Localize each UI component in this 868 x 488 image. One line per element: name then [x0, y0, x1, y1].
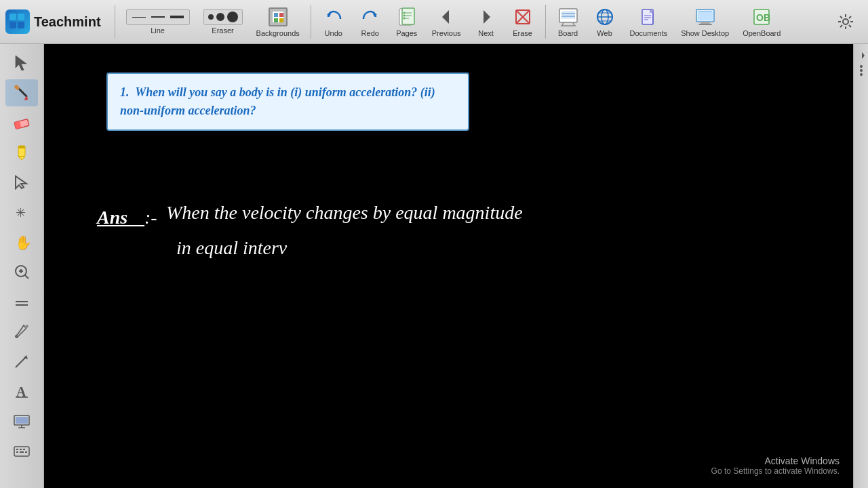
- svg-point-18: [403, 12, 405, 14]
- svg-text:When  the  velocity  changes  : When the velocity changes by equal magni…: [166, 202, 523, 223]
- svg-point-76: [15, 335, 18, 338]
- redo-icon: [359, 6, 381, 28]
- svg-marker-67: [16, 176, 26, 188]
- pen-tool[interactable]: [5, 348, 38, 375]
- svg-marker-59: [16, 56, 26, 70]
- activate-windows: Activate Windows Go to Settings to activ…: [711, 455, 840, 476]
- eraser-large[interactable]: [227, 12, 238, 22]
- hand-tool[interactable]: ✋: [5, 228, 38, 256]
- toolbar-separator-3: [545, 5, 546, 39]
- line-medium[interactable]: [150, 12, 166, 22]
- erase-icon: [512, 6, 534, 28]
- svg-rect-91: [20, 451, 24, 453]
- logo-icon: [5, 9, 30, 34]
- svg-rect-47: [698, 12, 713, 20]
- svg-marker-65: [18, 157, 25, 160]
- openboard-label: OpenBoard: [743, 29, 781, 37]
- select-tool[interactable]: [5, 169, 38, 196]
- web-icon: [594, 6, 616, 28]
- svg-rect-87: [16, 449, 18, 450]
- svg-rect-44: [701, 22, 710, 24]
- board-button[interactable]: Board: [551, 3, 585, 40]
- minus-tool[interactable]: [5, 288, 38, 315]
- next-button[interactable]: Next: [469, 3, 503, 40]
- eraser-medium[interactable]: [216, 13, 224, 21]
- pages-button[interactable]: Pages: [390, 3, 424, 40]
- eraser-small[interactable]: [208, 14, 214, 20]
- svg-marker-22: [484, 10, 490, 24]
- web-button[interactable]: Web: [588, 3, 622, 40]
- svg-point-19: [403, 15, 405, 17]
- top-toolbar: Teachmint Line Eraser: [0, 0, 868, 44]
- svg-point-100: [860, 69, 863, 72]
- line-tool[interactable]: Line: [121, 6, 195, 37]
- board-label: Board: [558, 29, 578, 37]
- settings-button[interactable]: [829, 8, 863, 35]
- left-eraser-tool[interactable]: [5, 109, 38, 136]
- backgrounds-tool[interactable]: Backgrounds: [251, 3, 305, 40]
- svg-text::-: :-: [144, 207, 157, 228]
- documents-label: Documents: [630, 29, 668, 37]
- activate-subtitle: Go to Settings to activate Windows.: [711, 466, 840, 476]
- eraser-options: [203, 9, 243, 25]
- svg-rect-10: [279, 18, 283, 22]
- svg-point-20: [403, 18, 405, 20]
- star-tool[interactable]: ✳: [5, 199, 38, 226]
- zoom-tool[interactable]: [5, 258, 38, 285]
- undo-label: Undo: [325, 29, 342, 37]
- svg-rect-89: [23, 449, 25, 450]
- redo-button[interactable]: Redo: [353, 3, 387, 40]
- right-panel-expand[interactable]: [855, 49, 867, 62]
- svg-rect-30: [561, 11, 575, 19]
- right-panel: [853, 44, 868, 488]
- activate-title: Activate Windows: [711, 455, 840, 466]
- svg-point-99: [860, 65, 863, 68]
- next-label: Next: [478, 29, 494, 37]
- show-desktop-button[interactable]: Show Desktop: [675, 3, 734, 40]
- previous-icon: [435, 6, 457, 28]
- left-toolbar: ✳ ✋: [0, 44, 44, 488]
- settings-icon: [835, 11, 856, 33]
- openboard-icon: OB: [751, 6, 772, 28]
- svg-rect-88: [20, 449, 22, 450]
- brush-tool[interactable]: [5, 79, 38, 106]
- line-thick[interactable]: [169, 12, 185, 22]
- highlighter-tool[interactable]: [5, 139, 38, 166]
- svg-rect-85: [16, 417, 28, 424]
- svg-rect-77: [24, 324, 28, 329]
- show-desktop-label: Show Desktop: [681, 29, 729, 37]
- previous-button[interactable]: Previous: [427, 3, 467, 40]
- next-icon: [475, 6, 497, 28]
- right-panel-dots[interactable]: [855, 64, 867, 77]
- line-options: [126, 9, 190, 25]
- text-tool[interactable]: A: [5, 378, 38, 405]
- pointer-tool[interactable]: [5, 49, 38, 77]
- pages-label: Pages: [396, 29, 417, 37]
- documents-icon: [637, 6, 659, 28]
- svg-rect-66: [18, 146, 25, 148]
- svg-text:✋: ✋: [15, 235, 31, 251]
- line-thin[interactable]: [131, 12, 147, 22]
- eyedropper-tool[interactable]: [5, 318, 38, 345]
- canvas-area[interactable]: 1. When will you say a body is in (i) un…: [44, 44, 853, 488]
- svg-point-50: [843, 19, 848, 24]
- undo-button[interactable]: Undo: [317, 3, 351, 40]
- svg-rect-90: [16, 451, 18, 453]
- undo-icon: [323, 6, 344, 28]
- keyboard-tool[interactable]: [5, 437, 38, 464]
- svg-point-101: [860, 73, 863, 76]
- svg-text:in equal   interv: in equal interv: [176, 237, 288, 258]
- svg-line-55: [840, 16, 842, 18]
- app-logo: Teachmint: [5, 9, 101, 34]
- screen-tool[interactable]: [5, 407, 38, 434]
- toolbar-separator-2: [311, 5, 311, 39]
- svg-marker-21: [442, 10, 449, 24]
- eraser-tool[interactable]: Eraser: [198, 6, 248, 37]
- handwriting-layer: Ans :- When the velocity changes by equa…: [44, 44, 853, 488]
- openboard-button[interactable]: OB OpenBoard: [737, 3, 786, 40]
- svg-text:OB: OB: [756, 12, 770, 23]
- backgrounds-icon: [267, 6, 289, 28]
- svg-rect-8: [279, 13, 283, 17]
- documents-button[interactable]: Documents: [625, 3, 673, 40]
- erase-button[interactable]: Erase: [506, 3, 540, 40]
